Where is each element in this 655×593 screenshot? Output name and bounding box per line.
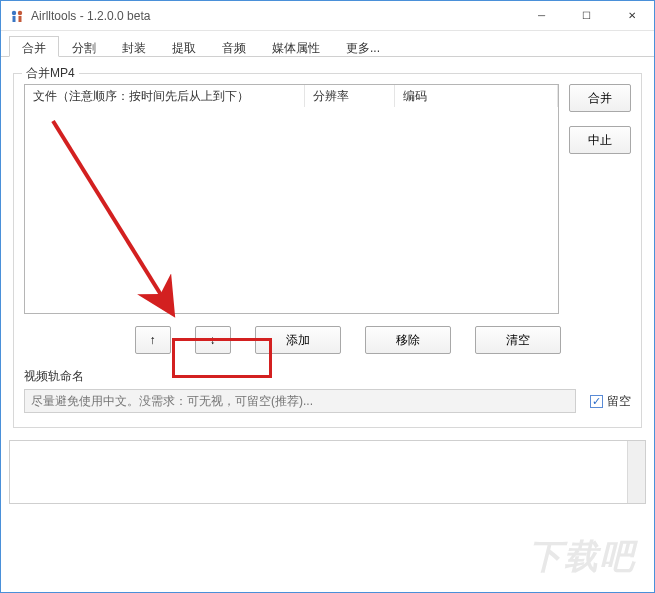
col-header-file[interactable]: 文件（注意顺序：按时间先后从上到下） [25,85,305,107]
add-button[interactable]: 添加 [255,326,341,354]
close-button[interactable]: ✕ [609,1,654,30]
group-title: 合并MP4 [22,65,79,82]
merge-group: 合并MP4 文件（注意顺序：按时间先后从上到下） 分辨率 编码 合并 中止 ↑ … [13,73,642,428]
maximize-button[interactable]: ☐ [564,1,609,30]
titlebar: Airlltools - 1.2.0.0 beta ─ ☐ ✕ [1,1,654,31]
app-icon [9,8,25,24]
svg-point-1 [18,10,22,14]
window-title: Airlltools - 1.2.0.0 beta [31,9,150,23]
minimize-button[interactable]: ─ [519,1,564,30]
maximize-icon: ☐ [582,10,591,21]
leave-blank-checkbox[interactable]: ✓ 留空 [590,393,631,410]
col-header-resolution[interactable]: 分辨率 [305,85,395,107]
rename-input[interactable] [24,389,576,413]
app-window: Airlltools - 1.2.0.0 beta ─ ☐ ✕ 合并 分割 封装… [0,0,655,593]
merge-button[interactable]: 合并 [569,84,631,112]
log-textarea[interactable]: ▲ ▼ [9,440,646,504]
table-header: 文件（注意顺序：按时间先后从上到下） 分辨率 编码 [25,85,558,107]
remove-button[interactable]: 移除 [365,326,451,354]
svg-rect-2 [13,16,16,22]
move-down-button[interactable]: ↓ [195,326,231,354]
tab-audio[interactable]: 音频 [209,36,259,57]
close-icon: ✕ [628,10,636,21]
svg-rect-3 [19,16,22,22]
scroll-up-icon[interactable]: ▲ [631,443,642,454]
rename-label: 视频轨命名 [24,368,631,385]
clear-button[interactable]: 清空 [475,326,561,354]
file-table[interactable]: 文件（注意顺序：按时间先后从上到下） 分辨率 编码 [24,84,559,314]
move-up-button[interactable]: ↑ [135,326,171,354]
content-area: 合并MP4 文件（注意顺序：按时间先后从上到下） 分辨率 编码 合并 中止 ↑ … [1,57,654,436]
tab-mediaprops[interactable]: 媒体属性 [259,36,333,57]
tab-mux[interactable]: 封装 [109,36,159,57]
checkbox-icon: ✓ [590,395,603,408]
window-controls: ─ ☐ ✕ [519,1,654,30]
tab-more[interactable]: 更多... [333,36,393,57]
tab-merge[interactable]: 合并 [9,36,59,57]
tab-extract[interactable]: 提取 [159,36,209,57]
col-header-codec[interactable]: 编码 [395,85,558,107]
scroll-down-icon[interactable]: ▼ [631,490,642,501]
tab-split[interactable]: 分割 [59,36,109,57]
stop-button[interactable]: 中止 [569,126,631,154]
minimize-icon: ─ [538,10,545,21]
svg-point-0 [12,10,16,14]
main-tabs: 合并 分割 封装 提取 音频 媒体属性 更多... [1,31,654,57]
watermark: 下载吧 [528,534,636,580]
checkbox-label: 留空 [607,393,631,410]
